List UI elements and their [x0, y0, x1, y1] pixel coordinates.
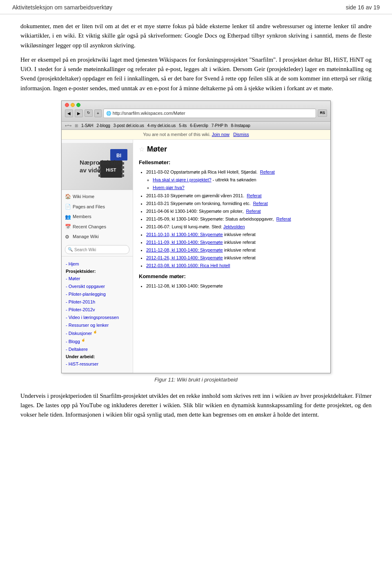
- skypemote-link-1[interactable]: 2011-10-10, kl 1300-1400: Skypemøte: [146, 232, 223, 237]
- figure-caption: Figur 11: Wiki brukt i prosjektarbeid: [20, 376, 372, 384]
- main-content: dokumenter, men det er liten tvil om at …: [0, 22, 392, 420]
- maximize-button[interactable]: [76, 103, 80, 107]
- referat-link-3[interactable]: Referat: [253, 201, 268, 206]
- item-text: 2011-04-06 kl 1300-1400: Skypemøte om pi…: [146, 209, 243, 214]
- svg-text:BI: BI: [116, 153, 121, 158]
- bookmark-2-blogg[interactable]: 2-blogg: [96, 123, 110, 129]
- sidebar-link-piloter-planlegging[interactable]: - Piloter-planlegging: [66, 290, 129, 298]
- referat-link-5[interactable]: Referat: [276, 216, 291, 221]
- paragraph-after-figure: Underveis i prosjektperioden til Snarfil…: [20, 391, 372, 420]
- nav-pages-files-label: Pages and Files: [73, 203, 105, 210]
- sidebar-divider: [62, 256, 133, 257]
- sidebar-section-prosjektsider: Prosjektsider:: [66, 268, 96, 274]
- page-number: side 16 av 19: [346, 4, 380, 11]
- bookmark-8-instapap[interactable]: 8-Instapap: [231, 123, 250, 129]
- wiki-page: Næproduksjon av video BI: [62, 140, 330, 372]
- nav-recent-changes-label: Recent Changes: [73, 223, 106, 230]
- list-item: 2011-12-08, kl 1300-1400: Skypemøte inkl…: [146, 247, 325, 254]
- nav-wiki-home-label: Wiki Home: [73, 193, 94, 200]
- list-item: 2011-11-09, kl 1300-1400: Skypemøte inkl…: [146, 239, 325, 246]
- nav-recent-changes[interactable]: 📅 Recent Changes: [62, 222, 133, 232]
- dismiss-link[interactable]: Dismiss: [233, 132, 249, 137]
- referat-link-2[interactable]: Referat: [247, 193, 261, 198]
- forward-button[interactable]: ▶: [75, 109, 83, 118]
- sidebar-link-hist-ressurser[interactable]: - HiST-ressurser: [66, 360, 129, 368]
- item-text: 2011-03-02 Oppstartsmøte på Rica Hell Ho…: [146, 170, 258, 174]
- list-item: 2011-04-06 kl 1300-1400: Skypemøte om pi…: [146, 208, 325, 215]
- sidebar-link-piloter-2011h[interactable]: - Piloter-2011h: [66, 298, 129, 306]
- item-text: 2011-03-21 Skypemøte om forskning, formi…: [146, 201, 251, 206]
- plus-button[interactable]: +: [94, 109, 102, 118]
- wiki-section-kommende: Kommende møter:: [139, 272, 325, 281]
- sidebar-link-oversikt[interactable]: - Oversikt oppgaver: [66, 283, 129, 290]
- sidebar-link-deltakere[interactable]: - Deltakere: [66, 346, 129, 353]
- bookmark-5-its[interactable]: 5-its: [179, 123, 187, 129]
- nav-pages-files[interactable]: 📄 Pages and Files: [62, 202, 133, 212]
- rs-button[interactable]: RS: [318, 109, 327, 117]
- skypemote-link-2[interactable]: 2011-11-09, kl 1300-1400: Skypemøte: [146, 240, 223, 245]
- skypemote-link-5[interactable]: 2012-03-08, kl 1000-1600: Rica Hell hote…: [146, 263, 230, 268]
- bookmark-4-my[interactable]: 4-my del.icio.us: [147, 123, 176, 129]
- bookmark-1-sah[interactable]: 1-SAH: [81, 123, 93, 129]
- bookmark-3-post[interactable]: 3-post del.icio.us: [114, 123, 144, 129]
- close-button[interactable]: [65, 103, 69, 107]
- header-line1: Næproduksjon: [80, 158, 123, 167]
- sidebar-link-piloter-2012v[interactable]: - Piloter-2012v: [66, 306, 129, 314]
- nav-members-label: Members: [73, 213, 91, 220]
- browser-mockup: ◀ ▶ ↻ + 🌐 http://snarfilm.wikispaces.com…: [61, 100, 331, 373]
- sub-list-1: Hva skal vi gjøre i prosjektet? - uttrek…: [146, 176, 325, 191]
- skypemote-link-4[interactable]: 2012-01-26, kl 1300-1400: Skypemøte: [146, 255, 223, 260]
- wiki-page-title: Møter: [147, 144, 167, 155]
- recent-changes-icon: 📅: [65, 223, 71, 231]
- item-suffix: inklusive referat: [223, 255, 256, 260]
- search-input[interactable]: [74, 248, 127, 252]
- subitem-link-1[interactable]: Hva skal vi gjøre i prosjektet?: [153, 177, 212, 182]
- svg-rect-10: [122, 174, 124, 177]
- jektvolden-link[interactable]: Jektvolden: [223, 224, 245, 229]
- sidebar-link-blogg[interactable]: - Blogg ☝: [66, 337, 129, 346]
- list-item: 2011-05-09, kl 1300-1400: Skypemøte: Sta…: [146, 216, 325, 223]
- sidebar-link-moter[interactable]: - Møter: [66, 275, 129, 283]
- referat-link-4[interactable]: Referat: [246, 209, 261, 214]
- wiki-main-content: ☆ Møter Fellesmøter: 2011-03-02 Oppstart…: [133, 140, 330, 372]
- nav-members[interactable]: 👥 Members: [62, 212, 133, 222]
- back-button[interactable]: ◀: [65, 109, 73, 118]
- sub-list-item: Hva skal vi gjøre i prosjektet? - uttrek…: [153, 176, 325, 183]
- sidebar-link-diskusjoner[interactable]: - Diskusjoner ☝: [66, 329, 129, 337]
- referat-link-1[interactable]: Referat: [260, 170, 275, 174]
- join-now-link[interactable]: Join now: [212, 132, 229, 137]
- kommende-item-text: 2011-12-08, kl 1300-1400: Skypemøte: [146, 283, 223, 288]
- list-item: 2011-03-02 Oppstartsmøte på Rica Hell Ho…: [146, 169, 325, 191]
- list-item: 2011-03-21 Skypemøte om forskning, formi…: [146, 200, 325, 207]
- page-header: Aktivitetsleksjon om samarbeidsverktøy s…: [0, 0, 392, 14]
- refresh-button[interactable]: ↻: [85, 109, 93, 117]
- manage-wiki-icon: ⚙: [65, 233, 71, 241]
- item-suffix: inklusive referat: [223, 248, 256, 252]
- members-icon: 👥: [65, 213, 71, 221]
- wiki-section-fellesmøter: Fellesmøter:: [139, 158, 325, 167]
- item-text: 2011-03-10 Skypemøte om gjøremål våren 2…: [146, 193, 244, 198]
- nav-manage-wiki[interactable]: ⚙ Manage Wiki: [62, 232, 133, 242]
- browser-chrome: ◀ ▶ ↻ + 🌐 http://snarfilm.wikispaces.com…: [62, 101, 330, 122]
- address-bar[interactable]: 🌐 http://snarfilm.wikispaces.com/Møter: [103, 109, 316, 118]
- list-item: 2011-06-07: Lunsj til lunsj-møte. Sted: …: [146, 223, 325, 230]
- sidebar-navigation: 🏠 Wiki Home 📄 Pages and Files 👥 Members: [62, 190, 133, 243]
- sidebar-link-ressurser[interactable]: - Ressurser og lenker: [66, 321, 129, 329]
- sidebar-link-video[interactable]: - Video i læringsprosessen: [66, 314, 129, 321]
- list-item: 2011-12-08, kl 1300-1400: Skypemøte: [146, 283, 325, 290]
- item-text: 2011-05-09, kl 1300-1400: Skypemøte: Sta…: [146, 216, 274, 221]
- sidebar-section-under-arbeid: Under arbeid:: [66, 353, 95, 360]
- skypemote-link-3[interactable]: 2011-12-08, kl 1300-1400: Skypemøte: [146, 248, 223, 252]
- sidebar-search-box[interactable]: 🔍: [65, 245, 129, 254]
- subitem-link-2[interactable]: Hvem gjør hva?: [153, 185, 185, 190]
- star-icon[interactable]: ☆: [139, 145, 145, 155]
- bookmark-7-php[interactable]: 7-PHP lh: [212, 123, 228, 129]
- sub-list-item: Hvem gjør hva?: [153, 184, 325, 191]
- minimize-button[interactable]: [71, 103, 75, 107]
- bookmark-6-everclip[interactable]: 6-Everclip: [190, 123, 208, 129]
- nav-wiki-home[interactable]: 🏠 Wiki Home: [62, 192, 133, 202]
- url-icon: 🌐: [106, 110, 111, 117]
- home-icon: 🏠: [65, 193, 71, 201]
- item-suffix: inklusive referat: [223, 232, 256, 237]
- sidebar-link-hjem[interactable]: - Hjem: [66, 260, 129, 268]
